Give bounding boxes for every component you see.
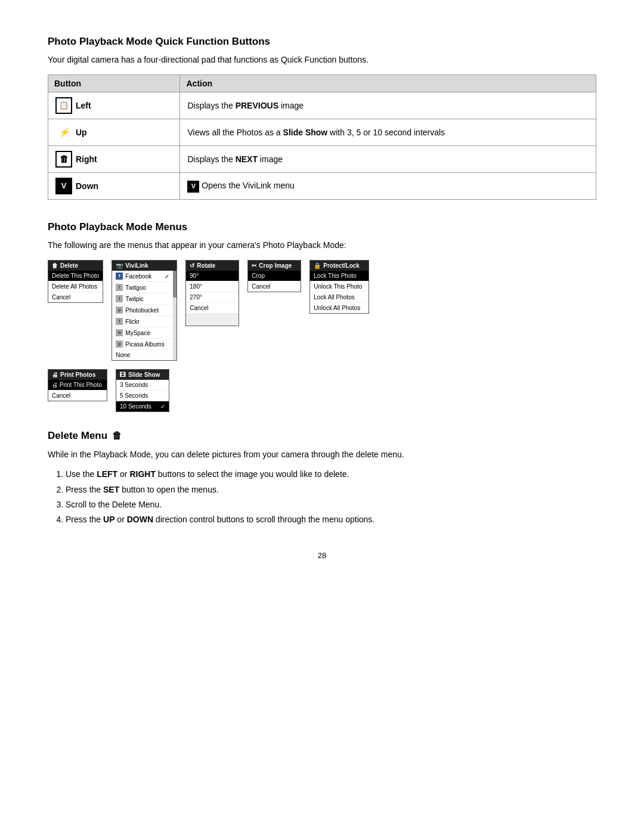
delete-menu-section: Delete Menu 🗑 While in the Playback Mode…	[48, 430, 596, 527]
cam-menu-item: Unlock This Photo	[310, 281, 369, 292]
scrollbar[interactable]	[173, 271, 177, 360]
list-item: Press the SET button to open the menus.	[66, 482, 596, 497]
copy-icon: 📋	[55, 97, 72, 114]
button-cell-left: 📋 Left	[48, 92, 180, 119]
photobucket-icon: p	[116, 306, 123, 314]
delete-intro: While in the Playback Mode, you can dele…	[48, 448, 596, 461]
cam-menu-item: Crop	[248, 271, 301, 281]
myspace-icon: m	[116, 329, 123, 336]
direction-right: Right	[76, 153, 97, 166]
cam-menu-print: 🖨 Print Photos 🖨 Print This Photo Cancel	[48, 369, 107, 401]
table-row: 📋 Left Displays the PREVIOUS image	[48, 92, 596, 119]
cam-menu-print-header: 🖨 Print Photos	[48, 370, 107, 380]
cam-menu-item: Cancel	[48, 292, 103, 302]
cam-menu-item: Lock This Photo	[310, 271, 369, 281]
list-item: Use the LEFT or RIGHT buttons to select …	[66, 467, 596, 482]
action-cell-down: V Opens the ViviLink menu	[180, 173, 596, 200]
col-action: Action	[180, 75, 596, 92]
twitpic-icon: t	[116, 295, 123, 302]
rotate-scroll-area	[186, 314, 239, 326]
vivilink-icon-small: 📷	[116, 262, 123, 269]
action-cell-right: Displays the NEXT image	[180, 146, 596, 173]
vivilink-items: f Facebook ✓ t Twitgoo t Twitpic p Photo…	[112, 271, 173, 360]
lock-icon-small: 🔒	[314, 262, 321, 269]
cam-menu-item: 3 Seconds	[116, 380, 169, 391]
button-cell-right: 🗑 Right	[48, 146, 180, 173]
cam-menu-item: 🖨 Print This Photo	[48, 380, 107, 391]
cam-menu-item: Cancel	[248, 281, 301, 292]
cam-menu-protect-header: 🔒 Protect/Lock	[310, 261, 369, 271]
picasa-icon: p	[116, 340, 123, 348]
vivilink-icon: V	[55, 178, 72, 194]
list-item: Scroll to the Delete Menu.	[66, 497, 596, 512]
button-cell-down: V Down	[48, 173, 180, 200]
cam-menu-item: Unlock All Photos	[310, 303, 369, 313]
crop-icon-small: ✂	[252, 262, 256, 269]
cam-menu-vivilink-header: 📷 ViviLink	[112, 261, 177, 271]
check-mark: ✓	[165, 273, 169, 280]
vivilink-inline-icon: V	[187, 181, 199, 193]
section-title-1: Photo Playback Mode Quick Function Butto…	[48, 36, 596, 48]
cam-menu-item: 90°	[186, 271, 239, 281]
twitgoo-icon: t	[116, 284, 123, 291]
delete-steps-list: Use the LEFT or RIGHT buttons to select …	[66, 467, 596, 527]
quick-function-section: Photo Playback Mode Quick Function Butto…	[48, 36, 596, 200]
action-cell-left: Displays the PREVIOUS image	[180, 92, 596, 119]
table-row: 🗑 Right Displays the NEXT image	[48, 146, 596, 173]
menus-section: Photo Playback Mode Menus The following …	[48, 221, 596, 412]
cam-menu-slideshow: 🎞 Slide Show 3 Seconds 5 Seconds 10 Seco…	[116, 369, 169, 412]
cam-menu-item: 5 Seconds	[116, 391, 169, 401]
button-cell-up: ⚡ Up	[48, 119, 180, 146]
flickr-icon: f	[116, 318, 123, 325]
cam-menu-item: t Twitpic	[112, 293, 173, 305]
trash-icon-small: 🗑	[52, 262, 58, 269]
menus-row-1: 🗑 Delete Delete This Photo Delete All Ph…	[48, 260, 596, 361]
cam-menu-crop-header: ✂ Crop Image	[248, 261, 301, 271]
cam-menu-protect: 🔒 Protect/Lock Lock This Photo Unlock Th…	[309, 260, 369, 314]
direction-left: Left	[76, 100, 91, 112]
bolt-icon: ⚡	[55, 124, 72, 141]
direction-up: Up	[76, 126, 87, 139]
section-intro-2: The following are the menus that appear …	[48, 239, 596, 252]
cam-menu-delete-header: 🗑 Delete	[48, 261, 103, 271]
cam-menu-item: 10 Seconds ✓	[116, 401, 169, 411]
cam-menu-item: 270°	[186, 292, 239, 303]
cam-menu-item: Lock All Photos	[310, 292, 369, 303]
facebook-icon: f	[116, 272, 123, 280]
vivilink-scroll-wrapper: f Facebook ✓ t Twitgoo t Twitpic p Photo…	[112, 271, 177, 360]
cam-menu-item: Cancel	[48, 391, 107, 401]
trash-heading-icon: 🗑	[112, 431, 122, 441]
cam-menu-crop: ✂ Crop Image Crop Cancel	[247, 260, 301, 292]
section-title-3: Delete Menu 🗑	[48, 430, 596, 442]
page-number: 28	[48, 551, 596, 560]
cam-menu-item: t Twitgoo	[112, 282, 173, 293]
slideshow-icon-small: 🎞	[120, 371, 126, 378]
cam-menu-delete: 🗑 Delete Delete This Photo Delete All Ph…	[48, 260, 103, 303]
cam-menu-item: Delete This Photo	[48, 271, 103, 281]
table-row: ⚡ Up Views all the Photos as a Slide Sho…	[48, 119, 596, 146]
list-item: Press the UP or DOWN direction control b…	[66, 512, 596, 527]
trash-icon: 🗑	[55, 151, 72, 168]
cam-menu-vivilink: 📷 ViviLink f Facebook ✓ t Twitgoo t Twit…	[112, 260, 177, 361]
rotate-icon-small: ↺	[190, 262, 194, 269]
check-mark: ✓	[160, 403, 165, 410]
cam-menu-item: 180°	[186, 281, 239, 292]
cam-menu-item: f Facebook ✓	[112, 271, 173, 282]
cam-menu-item: None	[112, 350, 173, 360]
cam-menu-item: f Flickr	[112, 316, 173, 327]
print-icon-small: 🖨	[52, 371, 58, 378]
cam-menu-rotate: ↺ Rotate 90° 180° 270° Cancel	[185, 260, 239, 326]
section-intro-1: Your digital camera has a four-direction…	[48, 54, 596, 66]
cam-menu-rotate-header: ↺ Rotate	[186, 261, 239, 271]
cam-menu-item: p Picasa Albums	[112, 339, 173, 350]
cam-menu-item: Delete All Photos	[48, 281, 103, 292]
section-title-2: Photo Playback Mode Menus	[48, 221, 596, 233]
cam-menu-item: Cancel	[186, 303, 239, 314]
cam-menu-item: m MySpace	[112, 327, 173, 339]
table-row: V Down V Opens the ViviLink menu	[48, 173, 596, 200]
direction-down: Down	[76, 180, 98, 193]
col-button: Button	[48, 75, 180, 92]
menus-row-2: 🖨 Print Photos 🖨 Print This Photo Cancel…	[48, 369, 596, 412]
quick-function-table: Button Action 📋 Left Displays the PREVIO…	[48, 75, 596, 200]
cam-menu-item: p Photobucket	[112, 305, 173, 316]
